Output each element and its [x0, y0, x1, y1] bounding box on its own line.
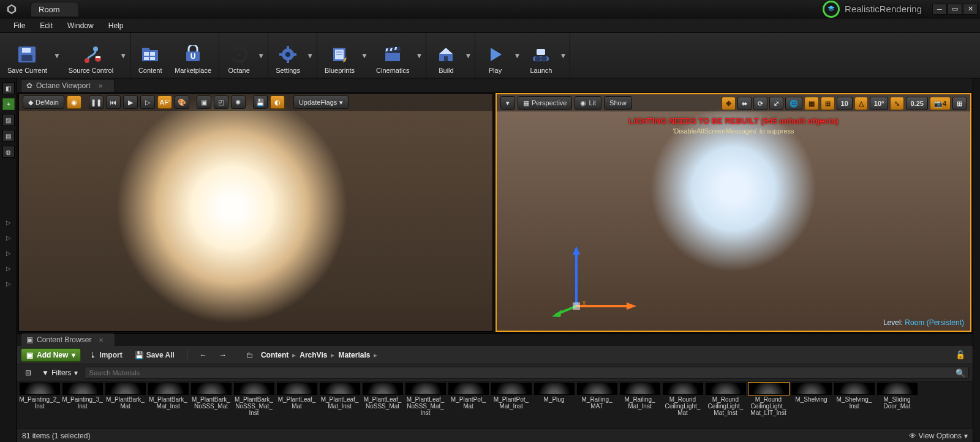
settings-dropdown[interactable]: ▼: [307, 36, 313, 75]
asset-tile[interactable]: M_​PlantPot_​Mat_​Inst: [490, 383, 532, 427]
launch-dropdown[interactable]: ▼: [560, 36, 566, 75]
right-dock-handle[interactable]: [973, 78, 980, 442]
build-button[interactable]: Build: [430, 36, 462, 75]
save-image-button[interactable]: 💾: [253, 96, 268, 109]
import-button[interactable]: ⭳Import: [86, 348, 126, 362]
add-new-button[interactable]: ▣ Add New ▾: [21, 348, 81, 362]
rail-add-button[interactable]: ＋: [2, 98, 15, 110]
filters-button[interactable]: ▼ Filters ▾: [38, 366, 81, 380]
asset-tile[interactable]: M_​PlantBark_​Mat_​Inst: [147, 383, 189, 427]
close-cb-tab[interactable]: ✕: [99, 337, 104, 343]
rail-tool-2[interactable]: ▤: [2, 130, 15, 142]
asset-tile[interactable]: M_​PlantBark_​NoSSS_​Mat: [190, 383, 232, 427]
launch-button[interactable]: Launch: [525, 36, 557, 75]
asset-tile[interactable]: M_​PlantBark_​Mat: [104, 383, 146, 427]
play-button[interactable]: Play: [479, 36, 511, 75]
demain-camera-button[interactable]: ◆ DeMain: [23, 96, 64, 109]
octane-viewport-tab[interactable]: ✿ Octane Viewport ✕: [21, 79, 115, 92]
surface-snap-button[interactable]: ▦: [804, 97, 819, 110]
rail-expand-5[interactable]: ▷: [6, 280, 11, 287]
asset-tile[interactable]: M_​Shelving_​Inst: [833, 383, 875, 427]
asset-tile[interactable]: M_​PlantLeaf_​NoSSS_​Mat: [361, 383, 404, 427]
rail-expand-1[interactable]: ▷: [6, 219, 11, 226]
rewind-button[interactable]: ⏮: [106, 96, 121, 109]
tutorial-indicator-icon[interactable]: [823, 1, 840, 18]
close-tab-icon[interactable]: ✕: [98, 83, 103, 89]
bc-content[interactable]: Content: [261, 351, 288, 359]
maximize-viewport[interactable]: ⊞: [952, 97, 967, 110]
menu-file[interactable]: File: [6, 18, 32, 32]
asset-tile[interactable]: M_​Railing_​MAT: [576, 383, 618, 427]
scale-tool[interactable]: ⤢: [769, 97, 783, 110]
bc-materials[interactable]: Materials: [338, 351, 370, 359]
save-button[interactable]: Save Current: [4, 36, 51, 75]
rail-modes-icon[interactable]: ◧: [2, 82, 15, 94]
blueprints-dropdown[interactable]: ▼: [361, 36, 368, 75]
folder-root-icon[interactable]: 🗀: [243, 348, 257, 362]
menu-help[interactable]: Help: [101, 18, 131, 32]
translate-tool[interactable]: ⬌: [737, 97, 752, 110]
angle-snap-value[interactable]: 10°: [870, 97, 889, 110]
window-minimize-button[interactable]: ─: [932, 4, 947, 15]
asset-tile[interactable]: M_​PlantLeaf_​Mat_​Inst: [318, 383, 361, 427]
cinematics-dropdown[interactable]: ▼: [416, 36, 422, 75]
history-fwd[interactable]: →: [216, 348, 230, 362]
window-close-button[interactable]: ✕: [963, 4, 978, 15]
scale-snap-toggle[interactable]: ⤡: [890, 97, 904, 110]
asset-tile[interactable]: M_​Shelving: [790, 383, 832, 427]
history-back[interactable]: ←: [196, 348, 211, 362]
content-browser-tab[interactable]: ▣ Content Browser ✕: [21, 333, 115, 346]
octane-play-button[interactable]: ▶: [123, 96, 138, 109]
perspective-button[interactable]: ▦ Perspective: [518, 96, 572, 110]
grid-snap-toggle[interactable]: ⊞: [821, 97, 835, 110]
octane-button[interactable]: Octane: [223, 36, 255, 75]
rotate-tool[interactable]: ⟳: [753, 97, 767, 110]
save-dropdown[interactable]: ▼: [54, 36, 60, 75]
asset-tile[interactable]: M_​Painting_​3_​Inst: [61, 383, 104, 427]
sources-toggle[interactable]: ⊟: [21, 366, 36, 380]
pause-button[interactable]: ❚❚: [89, 96, 104, 109]
region-button[interactable]: ▣: [197, 96, 211, 109]
bc-archvis[interactable]: ArchVis: [300, 351, 327, 359]
octane-dropdown[interactable]: ▼: [258, 36, 264, 75]
marketplace-button[interactable]: U Marketplace: [171, 36, 215, 75]
blueprints-button[interactable]: Blueprints: [321, 36, 358, 75]
show-button[interactable]: Show: [604, 96, 632, 110]
rail-expand-3[interactable]: ▷: [6, 250, 11, 257]
view-options-dropdown[interactable]: ▾: [964, 432, 968, 440]
build-dropdown[interactable]: ▼: [465, 36, 471, 75]
updateflags-button[interactable]: UpdateFlags ▾: [293, 96, 349, 109]
viewport-options-button[interactable]: ▾: [500, 96, 515, 110]
lit-button[interactable]: ◉ Lit: [575, 96, 601, 110]
search-input[interactable]: [84, 367, 969, 379]
asset-grid[interactable]: M_​Painting_​2_​InstM_​Painting_​3_​Inst…: [17, 381, 973, 429]
coord-space-button[interactable]: 🌐: [785, 97, 802, 110]
lock-button[interactable]: ◉: [67, 96, 81, 109]
transform-gizmo[interactable]: x: [552, 245, 638, 318]
rail-expand-2[interactable]: ▷: [6, 234, 11, 241]
scale-snap-value[interactable]: 0.25: [906, 97, 927, 110]
rail-tool-1[interactable]: ▧: [2, 114, 15, 126]
level-tab[interactable]: Room: [31, 2, 79, 17]
view-options-button[interactable]: View Options: [919, 432, 962, 440]
asset-tile[interactable]: M_​PlantPot_​Mat: [447, 383, 489, 427]
save-all-button[interactable]: 💾Save All: [131, 348, 178, 362]
info-button[interactable]: ◐: [270, 96, 285, 109]
refresh-icon[interactable]: ✺: [231, 96, 246, 109]
asset-tile[interactable]: M_​PlantBark_​NoSSS_​Mat_​Inst: [233, 383, 275, 427]
asset-tile[interactable]: M_​Round CeilingLight_​Mat: [662, 383, 704, 427]
grid-snap-value[interactable]: 10: [837, 97, 853, 110]
content-button[interactable]: Content: [134, 36, 166, 75]
select-tool[interactable]: ✥: [722, 97, 736, 110]
editor-viewport[interactable]: ▾ ▦ Perspective ◉ Lit Show ✥ ⬌ ⟳ ⤢ 🌐 ▦ ⊞…: [496, 93, 971, 332]
color-picker-icon[interactable]: 🎨: [175, 96, 189, 109]
camera-speed[interactable]: 📷 4: [930, 97, 951, 110]
menu-window[interactable]: Window: [60, 18, 101, 32]
asset-tile[interactable]: M_​Sliding Door_​Mat: [876, 383, 918, 427]
source-dropdown[interactable]: ▼: [120, 36, 126, 75]
asset-tile[interactable]: M_​Round CeilingLight_​Mat_​LIT_​Inst: [747, 383, 790, 427]
cinematics-button[interactable]: Cinematics: [372, 36, 413, 75]
octane-viewport[interactable]: ◆ DeMain ◉ ❚❚ ⏮ ▶ ▷ AF' 🎨 ▣ ◰ ✺ 💾 ◐ Upda…: [18, 93, 493, 332]
lock-icon[interactable]: 🔓: [956, 350, 965, 359]
rail-tool-3[interactable]: ◍: [2, 146, 15, 158]
